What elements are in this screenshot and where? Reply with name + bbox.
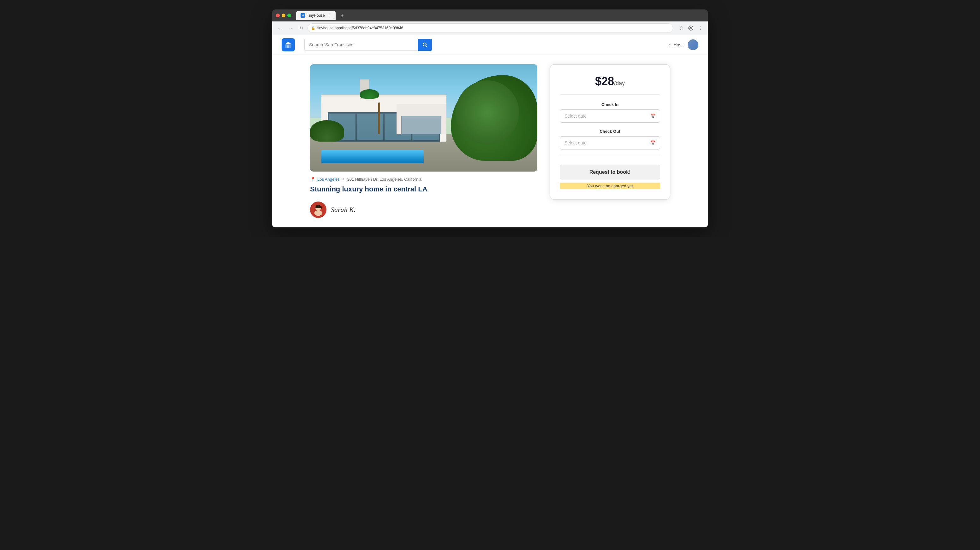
palm-leaves (360, 89, 379, 99)
forward-button[interactable]: → (286, 24, 295, 32)
user-avatar[interactable] (688, 40, 698, 50)
search-icon (422, 42, 428, 47)
search-button[interactable] (418, 39, 432, 51)
traffic-lights (276, 14, 291, 17)
more-options-icon[interactable]: ⋮ (696, 24, 705, 32)
checkout-date-input[interactable]: Select date 📅 (560, 136, 660, 149)
left-column: 📍 Los Angeles / 301 Hillhaven Dr, Los An… (310, 64, 537, 218)
browser-page: ⌂ Host (272, 35, 708, 227)
tab-bar: H TinyHouse × + (296, 11, 704, 20)
price-header: $28/day (560, 75, 660, 95)
no-charge-text: You won't be charged yet (560, 182, 660, 189)
host-avatar[interactable] (310, 201, 326, 218)
page-content: ⌂ Host (272, 35, 708, 227)
house-roof (321, 95, 446, 97)
price-amount: $28 (595, 75, 614, 88)
listing-image-container (310, 64, 537, 171)
checkout-placeholder: Select date (565, 140, 587, 145)
checkin-calendar-icon: 📅 (650, 114, 655, 119)
security-icon: 🔒 (311, 26, 315, 30)
browser-window: H TinyHouse × + ← → ↻ 🔒 tinyhouse.app/li… (272, 10, 708, 227)
app-logo (282, 38, 295, 51)
listing-title: Stunning luxury home in central LA (310, 185, 537, 194)
main-content: 📍 Los Angeles / 301 Hillhaven Dr, Los An… (301, 55, 679, 227)
search-input[interactable] (304, 39, 418, 51)
refresh-button[interactable]: ↻ (297, 24, 305, 32)
maximize-button[interactable] (287, 14, 291, 17)
location-separator: / (343, 177, 344, 182)
new-tab-button[interactable]: + (338, 11, 346, 19)
profile-icon[interactable] (686, 24, 695, 32)
minimize-button[interactable] (282, 14, 285, 17)
listing-location: 📍 Los Angeles / 301 Hillhaven Dr, Los An… (310, 177, 537, 182)
house-right (396, 104, 446, 134)
nav-right: ⌂ Host (669, 40, 698, 50)
search-container (304, 39, 662, 51)
close-button[interactable] (276, 14, 280, 17)
host-link[interactable]: ⌂ Host (669, 42, 682, 48)
checkin-label: Check In (560, 102, 660, 107)
top-nav: ⌂ Host (272, 35, 708, 55)
book-button[interactable]: Request to book! (560, 165, 660, 179)
host-label: Host (673, 42, 682, 47)
logo-container[interactable] (282, 38, 295, 51)
checkin-section: Check In Select date 📅 (560, 102, 660, 123)
bookmark-icon[interactable]: ☆ (677, 24, 686, 32)
location-pin-icon: 📍 (310, 177, 315, 182)
card-divider (560, 156, 660, 156)
no-charge-container: You won't be charged yet (560, 179, 660, 189)
shrubs-left (310, 120, 344, 142)
pool (321, 150, 424, 163)
browser-toolbar: ← → ↻ 🔒 tinyhouse.app/listing/5d378db94e… (272, 21, 708, 35)
home-icon: ⌂ (669, 42, 672, 48)
checkout-label: Check Out (560, 129, 660, 134)
palm-trunk (378, 103, 380, 134)
svg-rect-3 (287, 45, 289, 48)
price-period: /day (614, 80, 625, 86)
checkout-section: Check Out Select date 📅 (560, 129, 660, 149)
tab-close-icon[interactable]: × (327, 13, 331, 17)
tab-favicon: H (301, 13, 305, 17)
host-name: Sarah K. (331, 206, 355, 214)
toolbar-actions: ☆ ⋮ (677, 24, 705, 32)
checkout-calendar-icon: 📅 (650, 140, 655, 145)
location-address: 301 Hillhaven Dr, Los Angeles, Californi… (347, 177, 422, 182)
url-text: tinyhouse.app/listing/5d378db94e84753160… (317, 26, 403, 30)
booking-card: $28/day Check In Select date 📅 Check Out (550, 64, 670, 200)
tab-title: TinyHouse (307, 13, 325, 17)
foliage-secondary (456, 81, 519, 145)
svg-point-7 (315, 210, 322, 216)
back-button[interactable]: ← (275, 24, 284, 32)
listing-image (310, 64, 537, 171)
host-avatar-image (311, 201, 326, 218)
host-info: Sarah K. (310, 201, 537, 218)
active-tab[interactable]: H TinyHouse × (296, 11, 336, 20)
address-bar[interactable]: 🔒 tinyhouse.app/listing/5d378db94e847531… (307, 23, 673, 33)
browser-titlebar: H TinyHouse × + (272, 10, 708, 21)
location-city-link[interactable]: Los Angeles (317, 177, 340, 182)
checkin-placeholder: Select date (565, 114, 587, 119)
checkin-date-input[interactable]: Select date 📅 (560, 109, 660, 123)
avatar-image (688, 40, 698, 50)
